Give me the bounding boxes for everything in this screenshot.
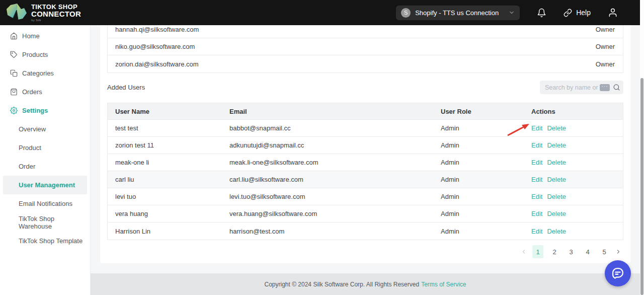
cell-email: adkunutujdi@snapmail.cc [222, 141, 433, 149]
sidebar-item-label: TikTok Shop Template [19, 237, 83, 245]
app-logo[interactable]: TIKTOK SHOP CONNECTOR by Silk [0, 3, 81, 22]
orders-bag-icon [10, 88, 18, 96]
search-input[interactable] [540, 84, 599, 91]
sidebar-item-email-notifications[interactable]: Email Notifications [3, 194, 87, 213]
chat-widget-button[interactable] [605, 260, 631, 286]
cell-user-role: Admin [433, 159, 524, 166]
delete-link[interactable]: Delete [547, 124, 566, 132]
cell-actions: EditDelete [524, 193, 623, 200]
sidebar-item-user-management[interactable]: User Management [3, 176, 87, 194]
sidebar-item-label: Overview [19, 125, 46, 133]
pagination-page-4[interactable]: 4 [582, 245, 593, 258]
pagination-page-3[interactable]: 3 [566, 245, 577, 258]
cell-user-role: Admin [433, 193, 524, 200]
search-box: ··· [540, 81, 623, 94]
link-icon [564, 9, 572, 17]
cell-actions: EditDelete [524, 141, 623, 149]
search-icon[interactable] [613, 84, 620, 91]
edit-link[interactable]: Edit [531, 193, 542, 200]
sidebar-item-orders[interactable]: Orders [3, 83, 87, 101]
app-header: TIKTOK SHOP CONNECTOR by Silk S Shopify … [0, 0, 640, 25]
edit-link[interactable]: Edit [531, 176, 542, 183]
scrollbar-thumb[interactable] [640, 78, 643, 295]
pagination-page-2[interactable]: 2 [549, 245, 560, 258]
sidebar-item-product[interactable]: Product [3, 138, 87, 157]
cell-actions: EditDelete [524, 228, 623, 235]
cell-user-name: zorion test 11 [108, 141, 222, 149]
copyright-text: Copyright © 2024 Silk Software Corp. All… [264, 281, 419, 288]
table-row: Harrison Linharrison@test.comAdminEditDe… [108, 223, 623, 240]
edit-link[interactable]: Edit [531, 210, 542, 217]
edit-link[interactable]: Edit [531, 141, 542, 149]
added-users-table: User NameEmailUser RoleActionstest testb… [107, 103, 623, 240]
cell-actions: EditDelete [524, 124, 623, 132]
sidebar-item-label: Product [19, 144, 41, 152]
cell-user-name: meak-one li [108, 159, 222, 166]
edit-link[interactable]: Edit [531, 159, 542, 166]
sidebar-item-tiktok-shop-warehouse[interactable]: TikTok Shop Warehouse [3, 213, 87, 232]
help-link[interactable]: Help [564, 9, 591, 17]
delete-link[interactable]: Delete [547, 228, 566, 235]
delete-link[interactable]: Delete [547, 159, 566, 166]
owner-role: Owner [596, 43, 615, 50]
user-account-icon[interactable] [608, 8, 618, 18]
table-row: levi tuolevi.tuo@silksoftware.comAdminEd… [108, 188, 623, 205]
cell-email: babbot@snapmail.cc [222, 124, 433, 132]
user-management-card: hannah.qi@silksoftware.comOwnerniko.guo@… [100, 25, 630, 263]
delete-link[interactable]: Delete [547, 141, 566, 149]
pagination-page-5[interactable]: 5 [599, 245, 610, 258]
logo-byline: by Silk [31, 19, 81, 22]
owner-row: zorion.dai@silksoftware.comOwner [108, 55, 623, 72]
owner-email: zorion.dai@silksoftware.com [115, 60, 199, 68]
chevron-down-icon [509, 10, 515, 16]
sidebar-item-products[interactable]: Products [3, 45, 87, 64]
cell-user-name: test test [108, 124, 222, 132]
pagination-page-1[interactable]: 1 [532, 245, 543, 258]
delete-link[interactable]: Delete [547, 210, 566, 217]
cell-user-role: Admin [433, 228, 524, 235]
chat-bubble-icon [611, 266, 625, 280]
table-row: test testbabbot@snapmail.ccAdminEditDele… [108, 120, 623, 137]
logo-line1: TIKTOK SHOP [31, 4, 81, 10]
edit-link[interactable]: Edit [531, 228, 542, 235]
column-header-user-role: User Role [433, 108, 524, 115]
copy-icon [10, 69, 18, 77]
cell-actions: EditDelete [524, 159, 623, 166]
notifications-bell-icon[interactable] [537, 8, 546, 18]
table-row: zorion test 11adkunutujdi@snapmail.ccAdm… [108, 137, 623, 154]
input-overlay-icon: ··· [600, 84, 610, 91]
store-connection-label: Shopify - TTS us Connection [415, 9, 504, 17]
delete-link[interactable]: Delete [547, 193, 566, 200]
owner-email: niko.guo@silksoftware.com [115, 43, 195, 50]
cell-user-name: Harrison Lin [108, 228, 222, 235]
sidebar-item-label: Home [22, 32, 40, 40]
gear-icon [10, 107, 18, 114]
edit-link[interactable]: Edit [531, 124, 542, 132]
cell-actions: EditDelete [524, 210, 623, 217]
sidebar-item-label: Email Notifications [19, 200, 72, 207]
sidebar-item-home[interactable]: Home [3, 27, 87, 45]
cell-user-name: levi tuo [108, 193, 222, 200]
sidebar-item-label: Categories [22, 69, 54, 77]
store-avatar: S [401, 8, 411, 18]
sidebar-item-order[interactable]: Order [3, 157, 87, 176]
page-footer: Copyright © 2024 Silk Software Corp. All… [91, 273, 640, 295]
scrollbar-track [640, 0, 644, 295]
table-row: carl liucarl.liu@silksoftware.comAdminEd… [108, 171, 623, 188]
logo-text: TIKTOK SHOP CONNECTOR by Silk [31, 4, 81, 22]
owner-role: Owner [596, 60, 615, 68]
sidebar-item-settings[interactable]: Settings [3, 101, 87, 120]
terms-of-service-link[interactable]: Terms of Service [421, 281, 466, 288]
cell-user-name: carl liu [108, 176, 222, 183]
delete-link[interactable]: Delete [547, 176, 566, 183]
sidebar-item-tiktok-shop-template[interactable]: TikTok Shop Template [3, 232, 87, 250]
owner-row: niko.guo@silksoftware.comOwner [108, 38, 623, 55]
pagination-next-icon[interactable] [615, 249, 621, 255]
sidebar-item-label: TikTok Shop Warehouse [19, 215, 87, 230]
sidebar-item-categories[interactable]: Categories [3, 64, 87, 83]
pagination-prev-icon[interactable] [521, 249, 527, 255]
home-icon [10, 32, 18, 40]
sidebar-item-overview[interactable]: Overview [3, 120, 87, 138]
cell-email: meak.li-one@silksoftware.com [222, 159, 433, 166]
store-connection-select[interactable]: S Shopify - TTS us Connection [396, 6, 520, 20]
